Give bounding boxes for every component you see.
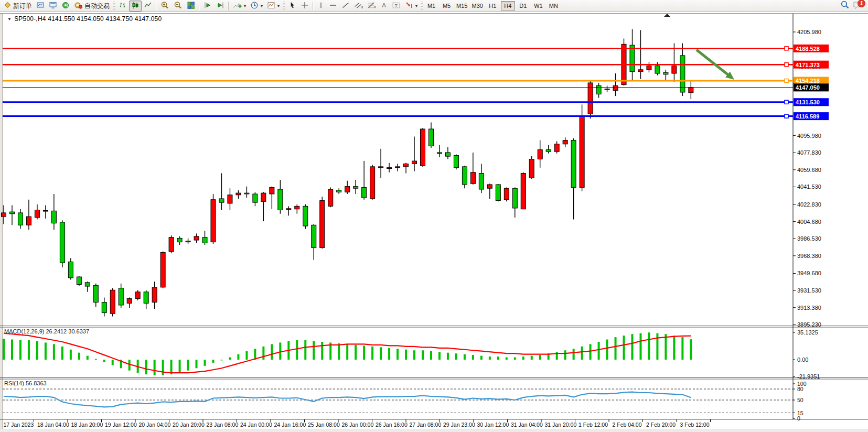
time-label: 20 Jan 20:00	[173, 422, 205, 428]
macd-bar	[573, 349, 575, 360]
charts-button[interactable]	[34, 1, 47, 12]
timeframe-mn-button[interactable]: MN	[546, 1, 561, 10]
chart-shift-button[interactable]	[214, 1, 227, 12]
svg-text:4116.589: 4116.589	[796, 113, 819, 120]
templates-icon	[267, 1, 275, 11]
candle	[580, 116, 584, 188]
line-chart-button[interactable]	[142, 1, 154, 12]
text-button[interactable]: A	[378, 1, 390, 12]
zoom-out-button[interactable]	[172, 1, 185, 12]
fibonacci-icon: F	[367, 1, 376, 11]
candle	[228, 195, 232, 203]
price-tick-label: 4022.830	[797, 201, 821, 208]
timeframe-w1-button[interactable]: W1	[531, 1, 545, 10]
new-order-button[interactable]: 新订单	[2, 1, 34, 12]
macd-bar	[187, 360, 189, 371]
indicators-dropdown-icon[interactable]: ▾	[244, 4, 246, 8]
macd-bar	[112, 360, 114, 365]
macd-bar	[245, 351, 248, 360]
macd-bar	[3, 339, 5, 360]
time-label: 24 Jan 00:00	[240, 422, 272, 428]
terminal-button[interactable]	[47, 1, 59, 12]
candle	[278, 189, 283, 210]
candle	[479, 173, 484, 189]
macd-bar	[212, 360, 215, 363]
arrows-dropdown-icon[interactable]: ▾	[415, 4, 417, 8]
macd-bar	[220, 360, 222, 360]
templates-button[interactable]: ▾	[265, 1, 282, 12]
crosshair-button[interactable]	[298, 1, 311, 12]
timeframe-m15-button[interactable]: M15	[455, 1, 469, 10]
toolbar: 新订单 自动交易	[0, 0, 868, 12]
macd-bar	[480, 356, 483, 360]
svg-text:4131.530: 4131.530	[796, 99, 820, 105]
status-strip	[0, 429, 868, 432]
periods-dropdown-icon[interactable]: ▾	[261, 4, 263, 8]
arrows-button[interactable]: ▾	[403, 1, 420, 12]
timeframe-h1-button[interactable]: H1	[486, 1, 500, 10]
candle	[18, 213, 23, 225]
chart-canvas[interactable]: 4205.9804095.9804077.8304059.6804041.530…	[0, 0, 868, 432]
macd-bar	[681, 337, 683, 360]
price-tick-label: 3968.380	[797, 253, 821, 259]
timeframe-m5-button[interactable]: M5	[440, 1, 454, 10]
svg-text:A: A	[382, 2, 386, 8]
timeframe-d1-button[interactable]: D1	[516, 1, 530, 10]
new-order-label: 新订单	[13, 2, 32, 10]
toolbar-grip[interactable]	[283, 2, 285, 10]
horizontal-line-button[interactable]	[327, 1, 339, 12]
candle	[219, 199, 224, 202]
indicators-button[interactable]: ▾	[231, 1, 248, 12]
macd-bar	[53, 344, 55, 360]
chat-icon[interactable]: 1	[853, 1, 864, 11]
timeframe-m30-button[interactable]: M30	[470, 1, 484, 10]
macd-bar	[690, 339, 692, 360]
timeframe-h4-button[interactable]: H4	[501, 1, 515, 10]
vertical-line-button[interactable]	[315, 1, 327, 12]
svg-text:35.1325: 35.1325	[797, 329, 818, 336]
candle	[663, 72, 668, 74]
candle	[638, 70, 643, 72]
macd-bar	[564, 350, 566, 360]
auto-trading-button[interactable]: 自动交易	[72, 1, 112, 12]
toolbar-grip[interactable]	[113, 2, 115, 10]
tile-windows-icon	[187, 1, 195, 11]
cursor-icon	[288, 1, 296, 11]
text-label-button[interactable]: T	[390, 1, 403, 12]
macd-bar	[405, 350, 407, 360]
candle	[370, 167, 375, 199]
fibonacci-button[interactable]: F	[365, 1, 378, 12]
macd-bar	[19, 340, 22, 360]
candlestick-chart-icon	[131, 1, 140, 11]
macd-bar	[254, 349, 256, 360]
time-label: 31 Jan 04:00	[511, 422, 543, 428]
notification-badge[interactable]: 1	[858, 0, 865, 7]
signals-button[interactable]	[59, 1, 72, 12]
macd-bar	[237, 354, 239, 360]
periods-button[interactable]: ▾	[248, 1, 265, 12]
chart-shift-icon	[216, 1, 224, 11]
macd-bar	[489, 357, 491, 360]
price-tick-label: 3949.680	[797, 270, 821, 276]
chart-menu-icon[interactable]: ▼	[7, 17, 12, 21]
candle	[504, 188, 509, 200]
templates-dropdown-icon[interactable]: ▾	[277, 4, 280, 8]
equidistant-channel-button[interactable]: E	[352, 1, 365, 12]
auto-scroll-button[interactable]	[201, 1, 214, 12]
search-icon[interactable]	[840, 0, 850, 12]
candlestick-chart-button[interactable]	[129, 1, 142, 12]
bar-chart-button[interactable]	[116, 1, 129, 12]
candle	[236, 193, 241, 195]
trendline-button[interactable]	[339, 1, 352, 12]
candle	[672, 66, 677, 73]
candle	[387, 168, 392, 169]
candle	[177, 238, 182, 242]
toolbar-grip[interactable]	[421, 2, 423, 10]
tile-windows-button[interactable]	[185, 1, 197, 12]
time-label: 18 Jan 20:00	[71, 422, 103, 428]
cursor-button[interactable]	[286, 1, 298, 12]
timeframe-m1-button[interactable]: M1	[424, 1, 438, 10]
macd-bar	[304, 340, 306, 360]
candle	[169, 237, 174, 252]
zoom-in-button[interactable]	[158, 1, 172, 12]
